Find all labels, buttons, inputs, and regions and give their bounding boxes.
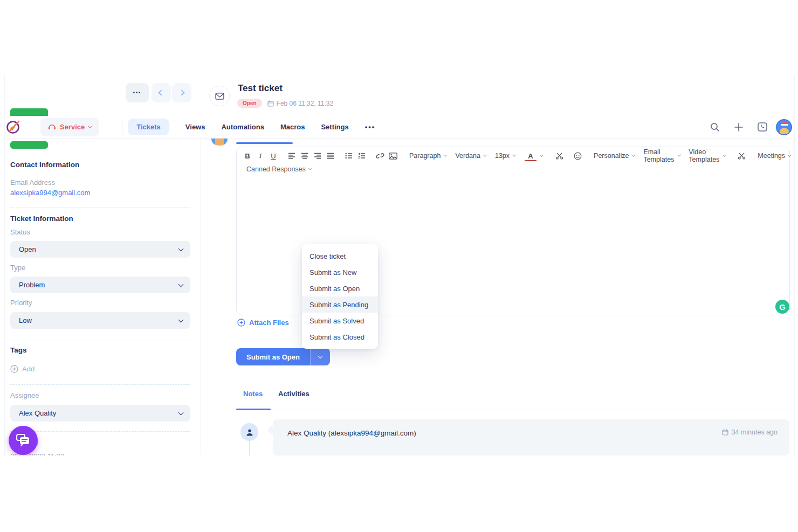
status-badge: Open <box>237 99 262 108</box>
headset-icon <box>48 123 56 130</box>
chevron-down-icon <box>178 281 184 287</box>
top-navbar: Service Tickets Views Automations Macros… <box>5 116 794 139</box>
menu-item-submit-as-new[interactable]: Submit as New <box>302 264 378 280</box>
scissors-icon[interactable] <box>553 150 565 162</box>
menu-item-close-ticket[interactable]: Close ticket <box>302 248 378 264</box>
personalize-dropdown[interactable]: Personalize <box>589 152 639 160</box>
bullet-list-icon[interactable] <box>343 150 355 162</box>
chevron-down-icon <box>178 410 184 415</box>
divider <box>10 155 190 155</box>
tab-notes[interactable]: Notes <box>243 390 263 398</box>
type-select[interactable]: Problem <box>10 277 190 293</box>
chevron-down-icon <box>512 153 516 157</box>
bold-button[interactable]: B <box>242 150 253 162</box>
add-new-icon[interactable] <box>734 122 744 132</box>
grammarly-icon[interactable]: G <box>775 300 789 314</box>
emoji-icon[interactable] <box>572 150 583 162</box>
phone-icon[interactable] <box>758 122 767 132</box>
note-card: Alex Quality (alexsipka994@gmail.com) 34… <box>273 419 789 455</box>
divider <box>10 431 190 432</box>
service-label: Service <box>60 123 85 131</box>
chat-bubbles-icon <box>16 433 31 447</box>
service-app-switcher[interactable]: Service <box>40 118 99 136</box>
submit-split-button: Submit as Open <box>236 348 330 365</box>
chevron-down-icon <box>178 246 184 251</box>
chevron-down-icon <box>483 153 487 157</box>
chat-widget-button[interactable] <box>9 426 38 455</box>
align-center-icon[interactable] <box>299 150 311 162</box>
align-left-icon[interactable] <box>286 150 298 162</box>
canned-responses-dropdown[interactable]: Canned Responses <box>242 165 316 173</box>
divider <box>10 384 190 385</box>
previous-ticket-button[interactable] <box>152 83 171 102</box>
ticket-information-title: Ticket Information <box>10 215 73 223</box>
tab-settings[interactable]: Settings <box>321 123 348 131</box>
chevron-down-icon <box>540 153 544 157</box>
divider <box>10 341 190 341</box>
composer-avatar <box>211 139 228 146</box>
chevron-down-icon <box>318 354 322 358</box>
insert-image-icon[interactable] <box>387 150 399 162</box>
person-icon <box>245 428 254 437</box>
scissors-icon[interactable] <box>735 150 747 162</box>
priority-select[interactable]: Low <box>10 312 190 329</box>
contact-information-title: Contact Information <box>10 161 79 169</box>
ticket-more-button[interactable]: ••• <box>126 83 149 102</box>
tab-macros[interactable]: Macros <box>280 123 305 131</box>
link-icon[interactable] <box>374 150 386 162</box>
font-size-dropdown[interactable]: 13px <box>491 152 520 160</box>
menu-item-submit-as-solved[interactable]: Submit as Solved <box>302 313 378 329</box>
email-address-link[interactable]: alexsipka994@gmail.com <box>10 189 90 197</box>
align-right-icon[interactable] <box>312 150 324 162</box>
nav-more-button[interactable]: ••• <box>365 123 376 131</box>
status-field-label: Status <box>10 228 30 236</box>
menu-item-submit-as-open[interactable]: Submit as Open <box>302 280 378 296</box>
submit-button[interactable]: Submit as Open <box>236 348 310 365</box>
editor-toolbar: B I U Paragraph Verdana 13px A Personal <box>237 147 789 163</box>
submit-options-button[interactable] <box>310 348 330 365</box>
add-tag-button[interactable]: Add <box>10 365 35 373</box>
divider <box>236 410 790 410</box>
chevron-down-icon <box>723 153 726 156</box>
circle-plus-icon <box>10 365 18 373</box>
video-templates-dropdown[interactable]: Video Templates <box>684 148 730 163</box>
redacted-bar <box>10 141 48 149</box>
assignee-select[interactable]: Alex Quality <box>10 405 190 422</box>
submit-status-menu: Close ticket Submit as New Submit as Ope… <box>302 244 378 349</box>
align-justify-icon[interactable] <box>325 150 336 162</box>
menu-item-submit-as-pending[interactable]: Submit as Pending <box>302 296 378 313</box>
menu-item-submit-as-closed[interactable]: Submit as Closed <box>302 329 378 345</box>
tab-tickets[interactable]: Tickets <box>128 119 169 135</box>
tab-activities[interactable]: Activities <box>278 390 309 398</box>
meetings-dropdown[interactable]: Meetings <box>753 152 795 160</box>
brand-logo-icon[interactable] <box>6 119 22 135</box>
font-family-dropdown[interactable]: Verdana <box>451 152 491 160</box>
chevron-down-icon <box>788 153 792 157</box>
timeline-connector <box>249 441 250 455</box>
font-color-icon: A <box>525 151 536 161</box>
underline-button[interactable]: U <box>267 150 279 162</box>
ellipsis-icon: ••• <box>133 90 141 95</box>
email-templates-dropdown[interactable]: Email Templates <box>639 148 684 163</box>
note-timestamp: 34 minutes ago <box>722 429 778 436</box>
chevron-left-icon <box>158 89 164 95</box>
ticket-title: Test ticket <box>238 83 283 94</box>
font-color-dropdown[interactable]: A <box>520 150 547 161</box>
tab-views[interactable]: Views <box>185 123 205 131</box>
user-avatar[interactable] <box>776 119 792 135</box>
chevron-down-icon <box>678 153 681 156</box>
attach-files-button[interactable]: Attach Files <box>237 319 289 327</box>
next-ticket-button[interactable] <box>172 83 191 102</box>
italic-button[interactable]: I <box>254 150 266 162</box>
search-icon[interactable] <box>710 122 720 132</box>
paragraph-style-dropdown[interactable]: Paragraph <box>405 152 451 160</box>
priority-field-label: Priority <box>10 299 32 307</box>
app-window: ••• Test ticket Open Feb 06 11:32, 11:32 <box>4 75 795 455</box>
assignee-label: Assignee <box>10 391 39 399</box>
tab-automations[interactable]: Automations <box>221 123 264 131</box>
divider <box>122 121 122 134</box>
numbered-list-icon[interactable] <box>356 150 368 162</box>
circle-plus-icon <box>237 319 245 327</box>
status-select[interactable]: Open <box>10 241 190 258</box>
calendar-icon <box>722 429 728 436</box>
